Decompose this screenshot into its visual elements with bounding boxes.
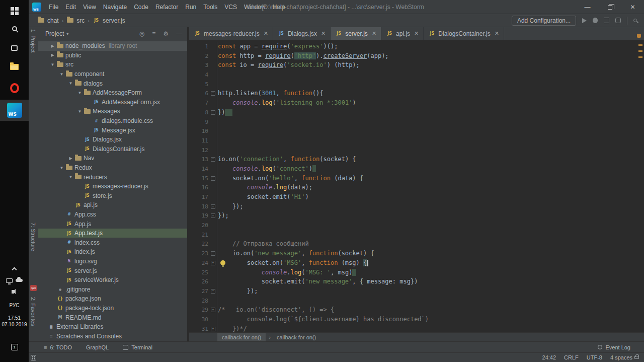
breadcrumb-item[interactable]: callback for on() (274, 334, 319, 340)
fold-marker-icon[interactable]: - (211, 110, 215, 115)
editor-scrollbar[interactable] (637, 40, 644, 332)
chevron-expanded-icon[interactable]: ▼ (67, 175, 74, 179)
code-line[interactable]: 18- }); (189, 202, 644, 211)
tab-server-js[interactable]: JSserver.js✕ (331, 27, 381, 40)
code-line[interactable]: 27- }); (189, 286, 644, 296)
code-line[interactable]: 11 (189, 136, 644, 146)
fold-marker-icon[interactable]: - (211, 327, 215, 331)
tree-row[interactable]: ≣External Libraries (38, 322, 187, 332)
tree-row[interactable]: #dialogs.module.css (38, 116, 187, 126)
code-line[interactable]: 16 console.log(data); (189, 183, 644, 192)
code-line[interactable]: 22 // Отправка сообщений (189, 239, 644, 249)
tab-dialogs-jsx[interactable]: JSDialogs.jsx✕ (273, 27, 331, 40)
tree-row[interactable]: Slogo.svg (38, 257, 187, 266)
project-panel-title[interactable]: Project (45, 30, 64, 37)
webstorm-taskbar-button[interactable] (0, 100, 29, 121)
tab-messages-reducer-js[interactable]: JSmessages-reducer.js✕ (189, 27, 273, 40)
npm-tool-button[interactable]: npm (30, 285, 37, 291)
close-icon[interactable]: ✕ (264, 30, 268, 37)
tree-row[interactable]: ▼dialogs (38, 79, 187, 88)
tool-window-switcher-icon[interactable] (31, 355, 36, 360)
gear-icon[interactable]: ⚙ (163, 30, 169, 37)
code-line[interactable]: 5 (189, 80, 644, 89)
nav-crumb-src[interactable]: src (66, 17, 85, 24)
warning-mark[interactable] (638, 50, 642, 52)
tree-row[interactable]: ▶public (38, 51, 187, 60)
code-line[interactable]: 2const http = require('http').createServ… (189, 51, 644, 61)
code-line[interactable]: 8-}) (189, 108, 644, 117)
menu-view[interactable]: View (79, 0, 100, 14)
lock-icon[interactable] (634, 356, 639, 359)
fold-marker-icon[interactable]: - (211, 261, 215, 265)
tree-row[interactable]: JSMessage.jsx (38, 125, 187, 135)
code-line[interactable]: 19-}); (189, 211, 644, 221)
tree-row[interactable]: JSindex.js (38, 247, 187, 257)
code-line[interactable]: 9 (189, 117, 644, 127)
tree-row[interactable]: ▼reducers (38, 172, 187, 182)
tree-row[interactable]: ●.gitignore (38, 284, 187, 294)
code-line[interactable]: 17 socket.emit('Hi') (189, 192, 644, 202)
code-line[interactable]: 12 (189, 146, 644, 155)
run-icon[interactable] (582, 18, 587, 23)
stripe-7-structure[interactable]: 7: Structure (30, 223, 36, 251)
menu-navigate[interactable]: Navigate (100, 0, 130, 14)
fold-marker-icon[interactable]: - (211, 308, 215, 312)
chevron-expanded-icon[interactable]: ▼ (49, 62, 56, 67)
tree-row[interactable]: MREADME.md (38, 313, 187, 322)
tree-row[interactable]: JSApp.js (38, 219, 187, 229)
network-icon[interactable] (6, 278, 13, 283)
close-button[interactable]: ✕ (621, 0, 644, 14)
tree-row[interactable]: ▼src (38, 60, 187, 69)
inspection-indicator-icon[interactable] (637, 34, 641, 38)
stripe-2-favorites[interactable]: 2: Favorites (30, 297, 36, 326)
restore-button[interactable] (599, 0, 621, 14)
code-line[interactable]: 29-/* io.on('disconnect', () => { (189, 305, 644, 315)
menu-tools[interactable]: Tools (200, 0, 221, 14)
code-line[interactable]: 7 console.log('listening on *:3001') (189, 98, 644, 108)
code-line[interactable]: 23- io.on('new message', function(socket… (189, 249, 644, 258)
warning-mark[interactable] (638, 56, 642, 58)
nav-crumb-server-js[interactable]: JSserver.js (93, 17, 125, 24)
task-view-button[interactable] (0, 40, 29, 55)
stripe-1-project[interactable]: 1: Project (30, 29, 36, 52)
tool-button-event-log[interactable]: Event Log (598, 344, 630, 350)
breadcrumb-item[interactable]: callback for on() (217, 333, 266, 341)
code-line[interactable]: 24- socket.on('MSG', function (msg) { (189, 258, 644, 268)
hide-panel-icon[interactable]: ― (176, 30, 182, 37)
code-line[interactable]: 6-http.listen(3001, function(){ (189, 89, 644, 98)
nav-crumb-chat[interactable]: chat (37, 17, 59, 24)
show-hidden-icons-button[interactable] (0, 265, 29, 274)
chevron-expanded-icon[interactable]: ▼ (76, 109, 84, 114)
code-line[interactable]: 4 (189, 70, 644, 80)
tree-row[interactable]: {}package-lock.json (38, 304, 187, 313)
file-explorer-button[interactable] (0, 58, 29, 76)
chevron-down-icon[interactable]: ▾ (66, 32, 68, 36)
keyboard-language-button[interactable]: РУС (0, 301, 29, 309)
code-line[interactable]: 26 socket.emit('new message', { message:… (189, 277, 644, 286)
menu-file[interactable]: File (45, 0, 62, 14)
close-icon[interactable]: ✕ (372, 30, 376, 37)
menu-code[interactable]: Code (130, 0, 152, 14)
chevron-collapsed-icon[interactable]: ▶ (49, 44, 56, 48)
tree-row[interactable]: JSserver.js (38, 266, 187, 275)
tree-row[interactable]: ▼Redux (38, 163, 187, 173)
tree-row[interactable]: ▶Nav (38, 154, 187, 163)
search-everywhere-icon[interactable] (633, 19, 637, 22)
add-configuration-button[interactable]: Add Configuration... (512, 16, 576, 26)
status-utf-8[interactable]: UTF-8 (587, 354, 602, 360)
cloud-icon[interactable] (16, 279, 23, 282)
tree-row[interactable]: JSDialogsContainer.js (38, 144, 187, 154)
menu-refactor[interactable]: Refactor (152, 0, 182, 14)
code-line[interactable]: 30 console.log(`${client.username} has d… (189, 315, 644, 324)
tree-row[interactable]: ▼AddMessageForm (38, 88, 187, 98)
debug-icon[interactable] (593, 18, 598, 23)
volume-button[interactable] (0, 287, 29, 296)
code-line[interactable]: 15- socket.on('hello', function (data) { (189, 174, 644, 183)
fold-marker-icon[interactable]: - (211, 289, 215, 294)
close-icon[interactable]: ✕ (495, 30, 499, 37)
fold-marker-icon[interactable]: - (211, 91, 215, 96)
tree-row[interactable]: #App.css (38, 210, 187, 220)
tree-row[interactable]: JSapi.js (38, 200, 187, 210)
chevron-expanded-icon[interactable]: ▼ (76, 91, 84, 95)
code-line[interactable]: 1const app = require('express')(); (189, 42, 644, 51)
